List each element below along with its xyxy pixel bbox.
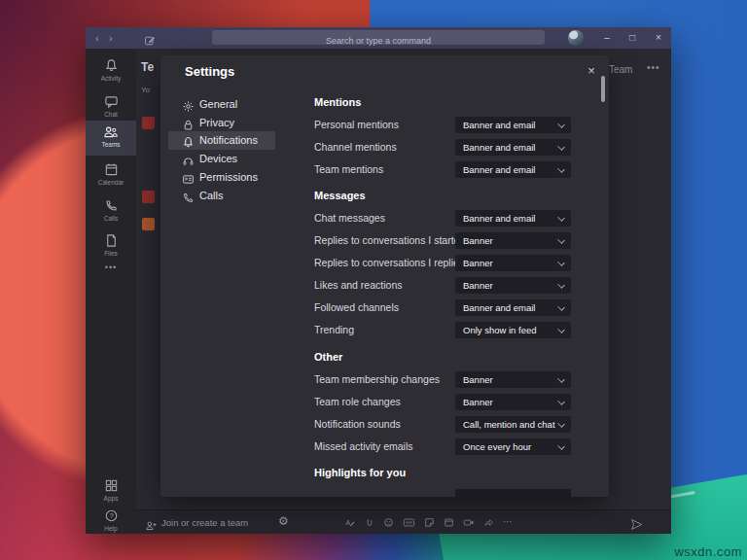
sticker-icon[interactable] bbox=[424, 514, 435, 530]
schedule-meeting-icon[interactable] bbox=[444, 514, 454, 530]
setting-row-likes-reactions: Likes and reactions Banner bbox=[314, 277, 571, 294]
team-button-fragment[interactable]: Team bbox=[609, 64, 632, 75]
settings-menu-privacy[interactable]: Privacy bbox=[168, 114, 275, 132]
app-rail: Activity Chat Teams Calendar Calls Files bbox=[86, 49, 136, 534]
close-settings-icon[interactable]: × bbox=[583, 62, 600, 80]
join-or-create-team[interactable]: Join or create a team bbox=[161, 517, 248, 528]
chat-messages-dropdown[interactable]: Banner and email bbox=[455, 210, 571, 227]
send-icon[interactable] bbox=[630, 515, 643, 533]
chevron-down-icon bbox=[557, 326, 565, 333]
back-icon[interactable]: ‹ bbox=[95, 30, 99, 46]
calendar-icon bbox=[104, 162, 119, 177]
video-icon[interactable] bbox=[463, 514, 475, 530]
replies-started-dropdown[interactable]: Banner bbox=[455, 232, 571, 249]
setting-label: Replies to conversations I started bbox=[314, 232, 465, 249]
highlights-dropdown-partial[interactable] bbox=[455, 489, 571, 497]
sidebar-item-activity[interactable]: Activity bbox=[86, 56, 136, 89]
team-mentions-dropdown[interactable]: Banner and email bbox=[455, 161, 571, 178]
sidebar-item-apps[interactable]: Apps bbox=[86, 476, 136, 509]
settings-menu-notifications[interactable]: Notifications bbox=[168, 131, 275, 150]
followed-channels-dropdown[interactable]: Banner and email bbox=[455, 299, 571, 316]
settings-menu-general[interactable]: General bbox=[168, 95, 275, 114]
chevron-down-icon bbox=[557, 259, 565, 266]
headset-icon bbox=[182, 152, 195, 169]
gif-icon[interactable]: GIF bbox=[403, 514, 415, 530]
apps-grid-icon bbox=[104, 478, 119, 493]
section-header-messages: Messages bbox=[314, 190, 366, 201]
replies-replied-dropdown[interactable]: Banner bbox=[455, 255, 571, 271]
setting-row-replies-replied: Replies to conversations I replied to Ba… bbox=[314, 255, 571, 271]
rail-label: Apps bbox=[86, 495, 136, 502]
compose-toolbar: A GIF bbox=[344, 514, 513, 530]
share-icon[interactable] bbox=[483, 514, 494, 530]
settings-menu-permissions[interactable]: Permissions bbox=[168, 168, 275, 187]
sidebar-item-teams[interactable]: Teams bbox=[86, 121, 136, 156]
rail-label: Calendar bbox=[86, 179, 136, 186]
notification-sounds-dropdown[interactable]: Call, mention and chat bbox=[455, 416, 571, 433]
trending-dropdown[interactable]: Only show in feed bbox=[455, 322, 571, 338]
setting-row-followed-channels: Followed channels Banner and email bbox=[314, 299, 571, 316]
rail-label: Help bbox=[86, 525, 136, 532]
team-avatar[interactable] bbox=[142, 117, 155, 129]
setting-label: Notification sounds bbox=[314, 416, 401, 433]
section-header-mentions: Mentions bbox=[314, 96, 361, 108]
menu-label: Calls bbox=[199, 190, 223, 201]
settings-dialog: Settings × General Privacy Notifications… bbox=[160, 55, 609, 497]
avatar[interactable] bbox=[568, 30, 584, 46]
section-header-other: Other bbox=[314, 351, 342, 363]
attach-icon[interactable] bbox=[364, 514, 374, 530]
personal-mentions-dropdown[interactable]: Banner and email bbox=[455, 117, 571, 133]
forward-icon[interactable]: › bbox=[109, 30, 113, 46]
dropdown-value: Banner bbox=[463, 371, 493, 388]
chevron-down-icon bbox=[557, 214, 565, 222]
sidebar-item-help[interactable]: ? Help bbox=[86, 507, 136, 534]
dropdown-value: Banner bbox=[463, 255, 493, 271]
setting-label: Team mentions bbox=[314, 161, 383, 178]
setting-label: Trending bbox=[314, 322, 354, 338]
team-avatar[interactable] bbox=[142, 191, 155, 203]
settings-menu-devices[interactable]: Devices bbox=[168, 150, 275, 168]
dropdown-value: Banner bbox=[463, 277, 493, 294]
setting-row-missed-activity: Missed activity emails Once every hour bbox=[314, 438, 571, 455]
emoji-icon[interactable] bbox=[383, 514, 394, 530]
team-avatar[interactable] bbox=[142, 218, 155, 230]
close-window-icon[interactable]: × bbox=[649, 29, 668, 47]
role-changes-dropdown[interactable]: Banner bbox=[455, 394, 571, 410]
likes-reactions-dropdown[interactable]: Banner bbox=[455, 277, 571, 294]
sidebar-item-calls[interactable]: Calls bbox=[86, 196, 136, 229]
rail-more-icon[interactable]: ••• bbox=[86, 262, 136, 272]
search-input[interactable]: Search or type a command bbox=[212, 30, 545, 45]
setting-row-replies-started: Replies to conversations I started Banne… bbox=[314, 232, 571, 249]
manage-teams-gear-icon[interactable]: ⚙ bbox=[278, 514, 289, 528]
format-icon[interactable]: A bbox=[344, 514, 355, 530]
settings-scrollbar[interactable] bbox=[601, 76, 605, 102]
setting-row-channel-mentions: Channel mentions Banner and email bbox=[314, 139, 571, 156]
setting-label: Missed activity emails bbox=[314, 438, 413, 455]
setting-row-team-mentions: Team mentions Banner and email bbox=[314, 161, 571, 178]
teams-page-title-fragment: Te bbox=[141, 60, 154, 74]
setting-label: Team membership changes bbox=[314, 371, 440, 388]
setting-row-membership-changes: Team membership changes Banner bbox=[314, 371, 571, 388]
minimize-icon[interactable]: – bbox=[597, 29, 617, 47]
missed-activity-dropdown[interactable]: Once every hour bbox=[455, 438, 571, 455]
dropdown-value: Call, mention and chat bbox=[463, 416, 555, 433]
your-teams-fragment: Yo bbox=[141, 86, 150, 94]
dropdown-value: Banner bbox=[463, 232, 493, 249]
sidebar-item-files[interactable]: Files bbox=[86, 231, 136, 264]
membership-changes-dropdown[interactable]: Banner bbox=[455, 371, 571, 388]
rail-label: Teams bbox=[86, 141, 136, 148]
section-header-highlights: Highlights for you bbox=[314, 467, 406, 478]
compose-more-icon[interactable]: ⋯ bbox=[503, 514, 513, 530]
settings-menu-calls[interactable]: Calls bbox=[168, 187, 275, 205]
gear-icon bbox=[182, 97, 195, 115]
chevron-down-icon bbox=[557, 121, 565, 128]
setting-row-notification-sounds: Notification sounds Call, mention and ch… bbox=[314, 416, 571, 433]
sidebar-item-calendar[interactable]: Calendar bbox=[86, 160, 136, 193]
new-chat-icon[interactable] bbox=[144, 31, 156, 49]
more-options-icon[interactable]: ••• bbox=[647, 62, 660, 73]
maximize-icon[interactable]: □ bbox=[622, 29, 642, 47]
channel-mentions-dropdown[interactable]: Banner and email bbox=[455, 139, 571, 156]
bell-icon bbox=[182, 133, 195, 151]
menu-label: Devices bbox=[199, 153, 237, 164]
setting-row-role-changes: Team role changes Banner bbox=[314, 394, 571, 410]
